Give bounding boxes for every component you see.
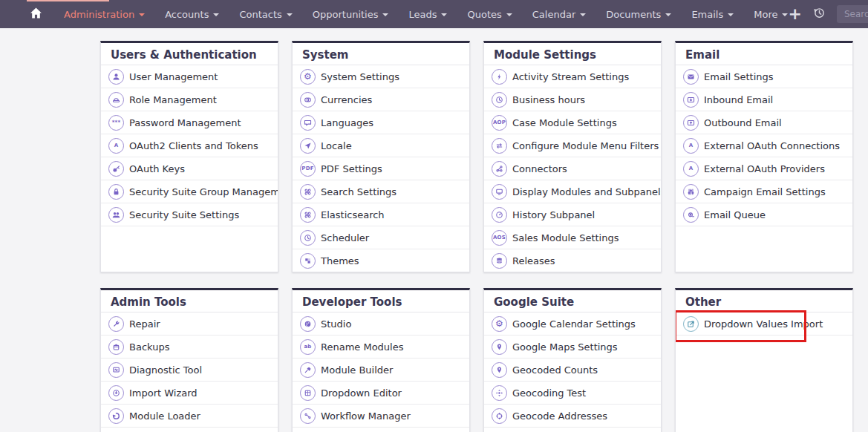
admin-link-google-calendar-settings[interactable]: ⚙ Google Calendar Settings [484,312,661,336]
oauth-icon: A [683,161,699,177]
admin-panel-admin-tools: Admin Tools Repair Backups Diagnostic To… [100,288,278,432]
nav-item-documents[interactable]: Documents [606,9,671,20]
search-input[interactable] [837,5,868,23]
admin-link-diagnostic-tool[interactable]: Diagnostic Tool [101,359,278,382]
gear-icon: ⚙ [300,69,316,85]
clock-icon [300,230,316,246]
admin-link-import-wizard[interactable]: Import Wizard [101,382,278,405]
admin-link-security-suite-group-management[interactable]: Security Suite Group Management [101,180,278,203]
admin-link-sales-module-settings[interactable]: AOS Sales Module Settings [484,226,661,249]
users-icon [108,207,124,223]
admin-link-backups[interactable]: Backups [101,336,278,359]
admin-link-role-management[interactable]: Role Management [101,88,278,111]
cross-arrows-icon [492,385,507,401]
admin-link-languages[interactable]: Languages [293,111,469,134]
admin-link-pdf-settings[interactable]: PDF PDF Settings [293,157,469,180]
nav-item-administration[interactable]: Administration [64,9,145,20]
panel-item-list: User Management Role Management *** Pass… [101,65,278,226]
nav-item-emails[interactable]: Emails [691,9,734,20]
main-menu: Administration Accounts Contacts Opportu… [64,9,788,20]
workflow-icon [300,408,316,424]
admin-link-scheduler[interactable]: Scheduler [293,226,469,249]
admin-link-geocode-addresses[interactable]: Geocode Addresses [484,405,661,428]
history-button[interactable] [813,7,826,22]
nav-item-accounts[interactable]: Accounts [165,9,219,20]
nav-item-opportunities[interactable]: Opportunities [313,9,389,20]
panel-item-list: ⚙ Google Calendar Settings Google Maps S… [484,312,661,428]
nav-item-quotes[interactable]: Quotes [467,9,512,20]
admin-link-geocoding-test[interactable]: Geocoding Test [484,382,661,405]
admin-panel-email: Email Email Settings Inbound Email Outbo… [675,41,853,272]
admin-link-business-hours[interactable]: Business hours [484,88,661,111]
admin-link-themes[interactable]: Themes [293,249,469,272]
nav-item-label: Documents [606,9,661,20]
admin-link-repair[interactable]: Repair [101,312,278,336]
admin-link-history-subpanel[interactable]: History Subpanel [484,203,661,226]
admin-link-label: Activity Stream Settings [512,71,629,82]
admin-link-outbound-email[interactable]: Outbound Email [676,111,852,134]
pdf-icon: PDF [300,161,316,177]
admin-link-rename-modules[interactable]: ab Rename Modules [293,336,469,359]
admin-link-campaign-email-settings[interactable]: Campaign Email Settings [676,180,852,203]
layers-icon [492,253,507,269]
loader-icon [108,408,124,424]
admin-link-releases[interactable]: Releases [484,249,661,272]
oauth-icon: A [108,138,124,154]
chevron-down-icon [665,13,671,16]
nav-item-more[interactable]: More [754,9,788,20]
admin-link-label: Connectors [512,163,567,174]
monitor-icon [492,184,507,200]
chevron-down-icon [782,13,788,16]
admin-link-workflow-manager[interactable]: Workflow Manager [293,405,469,428]
admin-link-label: Dropdown Values Import [704,318,823,330]
nav-item-label: Leads [408,9,437,20]
home-button[interactable] [30,7,42,22]
admin-link-activity-stream-settings[interactable]: Activity Stream Settings [484,65,661,88]
admin-link-elasticsearch[interactable]: Elasticsearch [293,203,469,226]
admin-link-user-management[interactable]: User Management [101,65,278,88]
admin-link-currencies[interactable]: Currencies [293,88,469,111]
admin-link-connectors[interactable]: Connectors [484,157,661,180]
admin-link-search-settings[interactable]: Search Settings [293,180,469,203]
top-navbar: Administration Accounts Contacts Opportu… [0,0,868,28]
lightning-icon [492,69,507,85]
admin-link-case-module-settings[interactable]: AOP Case Module Settings [484,111,661,134]
aop-icon: AOP [492,115,507,131]
admin-link-external-oauth-providers[interactable]: A External OAuth Providers [676,157,852,180]
admin-link-module-loader[interactable]: Module Loader [101,405,278,428]
admin-link-geocoded-counts[interactable]: Geocoded Counts [484,359,661,382]
nav-item-calendar[interactable]: Calendar [532,9,586,20]
nav-item-leads[interactable]: Leads [408,9,447,20]
admin-link-locale[interactable]: Locale [293,134,469,157]
admin-link-label: OAuth2 Clients and Tokens [129,140,258,151]
admin-link-module-builder[interactable]: Module Builder [293,359,469,382]
quick-create-plus-icon[interactable]: + [788,6,801,22]
admin-link-email-queue[interactable]: Email Queue [676,203,852,226]
oauth-icon: A [683,138,699,154]
admin-link-configure-module-menu-filters[interactable]: Configure Module Menu Filters [484,134,661,157]
admin-link-label: PDF Settings [321,163,382,174]
admin-link-dropdown-editor[interactable]: Dropdown Editor [293,382,469,405]
panel-item-list: Activity Stream Settings Business hours … [484,65,661,272]
admin-link-studio[interactable]: Studio [293,312,469,336]
admin-link-google-maps-settings[interactable]: Google Maps Settings [484,336,661,359]
nav-item-contacts[interactable]: Contacts [239,9,292,20]
admin-link-inbound-email[interactable]: Inbound Email [676,88,852,111]
admin-link-email-settings[interactable]: Email Settings [676,65,852,88]
clock-history-icon [813,7,826,22]
admin-link-system-settings[interactable]: ⚙ System Settings [293,65,469,88]
admin-link-password-management[interactable]: *** Password Management [101,111,278,134]
key-icon [108,161,124,177]
aos-icon: AOS [492,230,507,246]
currency-icon [300,92,316,108]
admin-link-oauth2-clients-and-tokens[interactable]: A OAuth2 Clients and Tokens [101,134,278,157]
wrench-icon [108,316,124,332]
nav-item-label: Emails [691,9,723,20]
admin-link-security-suite-settings[interactable]: Security Suite Settings [101,203,278,226]
admin-link-display-modules-and-subpanels[interactable]: Display Modules and Subpanels [484,180,661,203]
active-tab-indicator [27,0,109,1]
admin-link-dropdown-values-import[interactable]: Dropdown Values Import [676,312,852,336]
admin-link-external-oauth-connections[interactable]: A External OAuth Connections [676,134,852,157]
admin-link-label: Search Settings [321,186,397,197]
admin-link-oauth-keys[interactable]: OAuth Keys [101,157,278,180]
